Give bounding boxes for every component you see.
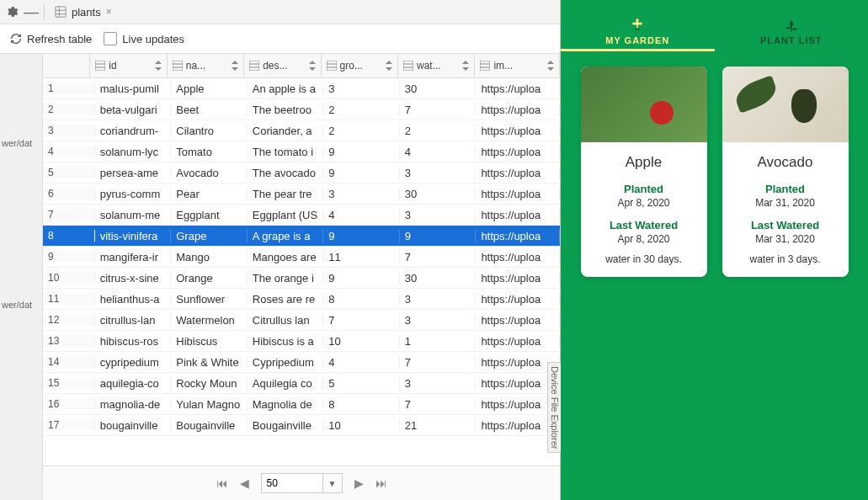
cell-desc[interactable]: Citrullus lan	[248, 314, 324, 327]
cell-id[interactable]: magnolia-de	[95, 398, 172, 411]
cell-grow[interactable]: 5	[323, 377, 400, 390]
cell-id[interactable]: cypripedium	[95, 356, 172, 369]
cell-img[interactable]: https://uploa	[476, 272, 560, 285]
cell-desc[interactable]: Cypripedium	[248, 356, 324, 369]
cell-id[interactable]: aquilegia-co	[95, 377, 172, 390]
cell-name[interactable]: Tomato	[171, 146, 248, 158]
cell-grow[interactable]: 3	[323, 82, 400, 95]
dropdown-icon[interactable]: ▼	[323, 473, 343, 493]
gear-icon[interactable]	[5, 5, 19, 19]
cell-name[interactable]: Avocado	[171, 167, 248, 179]
cell-name[interactable]: Mango	[171, 251, 248, 263]
table-row[interactable]: 9mangifera-irMangoMangoes are117https://…	[43, 247, 560, 268]
cell-id[interactable]: bougainville	[95, 419, 172, 432]
table-row[interactable]: 8vitis-viniferaGrapeA grape is a99https:…	[43, 226, 560, 247]
cell-id[interactable]: persea-ame	[95, 167, 172, 179]
editor-tab[interactable]: plants ×	[48, 3, 119, 22]
cell-name[interactable]: Apple	[171, 82, 248, 95]
cell-water[interactable]: 4	[400, 146, 477, 158]
cell-grow[interactable]: 7	[323, 314, 400, 327]
cell-water[interactable]: 30	[400, 188, 477, 200]
minimize-icon[interactable]: —	[24, 6, 35, 18]
cell-desc[interactable]: Magnolia de	[248, 398, 324, 411]
table-row[interactable]: 16magnolia-deYulan MagnoMagnolia de87htt…	[43, 394, 560, 415]
first-page-icon[interactable]: ⏮	[216, 476, 228, 490]
col-header-water[interactable]: wat...	[398, 54, 475, 77]
cell-water[interactable]: 7	[400, 104, 477, 116]
cell-img[interactable]: https://uploa	[476, 314, 560, 327]
cell-name[interactable]: Orange	[171, 272, 248, 285]
tab-my-garden[interactable]: MY GARDEN	[561, 15, 715, 49]
col-header-name[interactable]: na...	[168, 54, 244, 77]
table-row[interactable]: 7solanum-meEggplantEggplant (US43https:/…	[43, 205, 560, 226]
cell-name[interactable]: Grape	[171, 230, 248, 242]
cell-desc[interactable]: A grape is a	[248, 230, 324, 242]
cell-id[interactable]: solanum-lyc	[95, 146, 172, 158]
cell-name[interactable]: Watermelon	[171, 314, 248, 327]
table-row[interactable]: 11helianthus-aSunflowerRoses are re83htt…	[43, 289, 560, 310]
cell-grow[interactable]: 9	[323, 272, 400, 285]
cell-img[interactable]: https://uploa	[476, 104, 560, 116]
cell-name[interactable]: Cilantro	[171, 125, 248, 137]
cell-water[interactable]: 30	[400, 272, 477, 285]
cell-grow[interactable]: 11	[323, 251, 400, 263]
close-icon[interactable]: ×	[106, 6, 112, 18]
col-header-desc[interactable]: des...	[244, 54, 321, 77]
cell-name[interactable]: Rocky Moun	[171, 377, 248, 390]
table-row[interactable]: 3coriandrum-CilantroCoriander, a22https:…	[43, 120, 560, 141]
cell-id[interactable]: pyrus-comm	[95, 188, 172, 200]
table-row[interactable]: 6pyrus-commPearThe pear tre330https://up…	[43, 184, 560, 205]
live-updates-toggle[interactable]: Live updates	[104, 32, 184, 45]
col-header-grow[interactable]: gro...	[322, 54, 398, 77]
cell-name[interactable]: Hibiscus	[171, 335, 248, 348]
cell-name[interactable]: Yulan Magno	[171, 398, 248, 411]
cell-desc[interactable]: An apple is a	[248, 82, 324, 95]
cell-grow[interactable]: 10	[323, 419, 400, 432]
cell-water[interactable]: 21	[400, 419, 477, 432]
cell-water[interactable]: 3	[400, 314, 477, 327]
cell-id[interactable]: citrus-x-sine	[95, 272, 172, 285]
cell-id[interactable]: mangifera-ir	[95, 251, 172, 263]
cell-desc[interactable]: The pear tre	[248, 188, 324, 200]
cell-img[interactable]: https://uploa	[476, 209, 560, 221]
cell-water[interactable]: 3	[400, 377, 477, 390]
plant-card[interactable]: AvocadoPlantedMar 31, 2020Last WateredMa…	[722, 66, 849, 277]
cell-img[interactable]: https://uploa	[476, 146, 560, 158]
cell-name[interactable]: Sunflower	[171, 293, 248, 306]
cell-grow[interactable]: 8	[323, 398, 400, 411]
cell-water[interactable]: 7	[400, 356, 477, 369]
table-row[interactable]: 17bougainvilleBougainvilleBougainville10…	[43, 415, 560, 436]
col-header-id[interactable]: id	[90, 54, 167, 77]
cell-desc[interactable]: Eggplant (US	[248, 209, 324, 221]
cell-desc[interactable]: The avocado	[248, 167, 324, 179]
cell-water[interactable]: 30	[400, 82, 477, 95]
cell-grow[interactable]: 8	[323, 293, 400, 306]
cell-desc[interactable]: Bougainville	[248, 419, 324, 432]
cell-grow[interactable]: 10	[323, 335, 400, 348]
cell-id[interactable]: coriandrum-	[95, 125, 172, 137]
cell-water[interactable]: 2	[400, 125, 477, 137]
cell-water[interactable]: 1	[400, 335, 477, 348]
table-row[interactable]: 10citrus-x-sineOrangeThe orange i930http…	[43, 268, 560, 289]
cell-desc[interactable]: Coriander, a	[248, 125, 324, 137]
cell-id[interactable]: beta-vulgari	[95, 104, 172, 116]
page-size-input[interactable]	[261, 473, 323, 493]
last-page-icon[interactable]: ⏭	[375, 476, 387, 490]
cell-img[interactable]: https://uploa	[476, 230, 560, 242]
cell-name[interactable]: Pink & White	[171, 356, 248, 369]
cell-grow[interactable]: 4	[323, 356, 400, 369]
table-row[interactable]: 5persea-ameAvocadoThe avocado93https://u…	[43, 162, 560, 184]
cell-id[interactable]: vitis-vinifera	[95, 230, 172, 242]
table-row[interactable]: 1malus-pumilAppleAn apple is a330https:/…	[43, 78, 560, 99]
cell-name[interactable]: Beet	[171, 104, 248, 116]
cell-img[interactable]: https://uploa	[476, 188, 560, 200]
cell-id[interactable]: hibiscus-ros	[95, 335, 172, 348]
prev-page-icon[interactable]: ◀	[240, 476, 249, 490]
cell-desc[interactable]: The orange i	[248, 272, 324, 285]
cell-grow[interactable]: 9	[323, 146, 400, 158]
cell-grow[interactable]: 9	[323, 167, 400, 179]
cell-id[interactable]: citrullus-lan	[95, 314, 172, 327]
table-row[interactable]: 2beta-vulgariBeetThe beetroo27https://up…	[43, 99, 560, 120]
cell-grow[interactable]: 2	[323, 104, 400, 116]
cell-desc[interactable]: Aquilegia co	[248, 377, 324, 390]
